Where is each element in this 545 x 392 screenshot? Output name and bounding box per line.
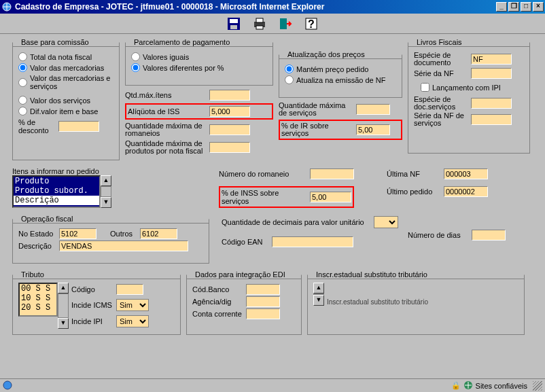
tributo-listbox[interactable]: 00 S S 10 S S 20 S S — [18, 283, 58, 317]
svg-rect-7 — [280, 18, 287, 29]
no-estado-input[interactable] — [59, 228, 96, 239]
tributo-legend: Tributo — [18, 270, 47, 279]
atualizacao-legend: Atualização dos preços — [285, 50, 368, 58]
toolbar: ? — [0, 14, 545, 34]
inscr-legend: Inscr.estadual substituto tributário — [313, 270, 430, 279]
pct-desconto-label: % de desconto — [18, 118, 56, 135]
lbl-valor-merc: Valor das mercadorias — [30, 64, 104, 72]
incide-ipi-select[interactable]: Sim — [116, 315, 149, 327]
radio-dif-valor[interactable] — [18, 107, 27, 115]
agencia-input[interactable] — [246, 296, 280, 307]
svg-rect-2 — [230, 19, 238, 23]
especie-doc-label: Espécie de documento — [414, 52, 468, 67]
parcelamento-group: Parcelamento de pagamento Valores iguais… — [125, 38, 273, 86]
qtd-max-rom-input[interactable] — [209, 124, 250, 135]
num-romaneio-input[interactable] — [310, 168, 354, 179]
minimize-button[interactable]: _ — [496, 2, 507, 12]
list-item[interactable]: Descrição — [14, 196, 99, 205]
svg-rect-5 — [256, 18, 263, 22]
list-item[interactable]: 10 S S — [20, 293, 56, 303]
restore-button[interactable]: ❐ — [508, 2, 519, 12]
incide-icms-select[interactable]: Sim — [116, 299, 149, 311]
radio-valor-serv[interactable] — [18, 96, 27, 105]
inss-label: % de INSS sobre serviços — [222, 189, 307, 205]
lbl-valor-serv: Valor dos serviços — [30, 96, 90, 105]
aliquota-iss-label: Alíqüota de ISS — [128, 107, 207, 115]
serie-nf-input[interactable] — [471, 68, 512, 79]
lbl-valores-iguais: Valores iguais — [143, 53, 189, 61]
base-comissao-legend: Base para comissão — [18, 38, 92, 46]
lbl-atualiza-emissao: Atualiza na emissão de NF — [296, 76, 385, 84]
ultima-nf-input[interactable] — [444, 168, 488, 179]
list-item[interactable]: 00 S S — [20, 284, 56, 293]
incide-ipi-label: Incide IPI — [71, 317, 113, 325]
resize-grip[interactable] — [533, 381, 542, 391]
qdec-label: Quantidade de decimais para valor unitár… — [222, 218, 371, 226]
exit-icon[interactable] — [277, 16, 294, 32]
serie-nf-serv-input[interactable] — [471, 114, 512, 125]
lock-icon: 🔒 — [451, 381, 461, 390]
outros-input[interactable] — [140, 228, 177, 239]
livros-legend: Livros Fiscais — [414, 38, 465, 46]
scroll-down-button[interactable]: ▼ — [313, 295, 324, 306]
pir-serv-input[interactable] — [356, 124, 390, 135]
tributo-group: Tributo 00 S S 10 S S 20 S S ▲ ▼ Código — [12, 270, 181, 335]
list-item[interactable]: Produto subord. — [14, 186, 99, 196]
zone-icon — [463, 380, 473, 391]
ie-icon — [1, 1, 12, 12]
descricao-label: Descrição — [18, 242, 56, 250]
qdec-select[interactable] — [374, 216, 398, 228]
maximize-button[interactable]: □ — [521, 2, 531, 12]
help-icon[interactable]: ? — [302, 16, 320, 32]
ie-small-icon — [3, 380, 12, 391]
codigo-input[interactable] — [116, 284, 143, 295]
atualizacao-group: Atualização dos preços Mantém preço pedi… — [279, 50, 402, 98]
save-icon[interactable] — [225, 16, 243, 32]
scroll-up-button[interactable]: ▲ — [101, 175, 111, 186]
pct-desconto-input[interactable] — [58, 121, 99, 132]
scroll-down-button[interactable]: ▼ — [58, 318, 69, 329]
list-item[interactable]: 20 S S — [20, 303, 56, 313]
scroll-up-button[interactable]: ▲ — [313, 283, 324, 293]
svg-text:?: ? — [308, 18, 315, 30]
radio-valor-merc-serv[interactable] — [18, 78, 27, 87]
codean-input[interactable] — [272, 236, 353, 247]
ultimo-pedido-label: Último pedido — [387, 188, 441, 196]
inscr-group: Inscr.estadual substituto tributário ▲ ▼… — [307, 270, 525, 335]
scroll-up-button[interactable]: ▲ — [58, 283, 69, 293]
opfiscal-group: Operação fiscal No Estado Outros Descriç… — [12, 215, 209, 264]
serie-nf-label: Série da NF — [414, 69, 468, 77]
inss-input[interactable] — [310, 192, 351, 202]
numdias-input[interactable] — [472, 230, 506, 240]
livros-group: Livros Fiscais Espécie de documento Séri… — [408, 38, 530, 154]
qtd-max-prod-input[interactable] — [209, 142, 250, 153]
print-icon[interactable] — [251, 16, 268, 32]
codigo-label: Código — [71, 285, 113, 293]
svg-rect-6 — [256, 26, 263, 29]
radio-valores-dif[interactable] — [131, 63, 140, 72]
itens-pedido-listbox[interactable]: Produto Produto subord. Descrição — [12, 175, 101, 208]
lbl-valor-merc-serv: Valor das mercadorias e serviços — [30, 74, 113, 90]
lancamento-ipi-checkbox[interactable] — [421, 83, 429, 92]
especie-doc-serv-input[interactable] — [471, 98, 512, 109]
ultimo-pedido-input[interactable] — [444, 186, 488, 197]
radio-total-nf[interactable] — [18, 52, 27, 61]
scroll-down-button[interactable]: ▼ — [101, 197, 111, 208]
conta-input[interactable] — [246, 308, 280, 319]
especie-doc-input[interactable] — [471, 54, 512, 65]
radio-atualiza-emissao[interactable] — [285, 75, 294, 84]
aliquota-iss-input[interactable] — [209, 106, 250, 117]
radio-mantem-preco[interactable] — [285, 65, 294, 73]
inscr-status-line: Inscr.estadual substituto tributário — [327, 298, 510, 306]
cod-banco-input[interactable] — [246, 284, 280, 295]
no-estado-label: No Estado — [18, 230, 56, 238]
lbl-dif-valor: Dif.valor item e base — [30, 107, 98, 115]
lbl-total-nf: Total da nota fiscal — [30, 53, 92, 61]
descricao-input[interactable] — [59, 240, 188, 251]
list-item[interactable]: Produto — [14, 177, 99, 186]
qmax-serv-input[interactable] — [356, 104, 390, 115]
qtd-max-itens-input[interactable] — [209, 90, 250, 101]
close-button[interactable]: × — [533, 2, 544, 12]
radio-valores-iguais[interactable] — [131, 52, 140, 61]
radio-valor-merc[interactable] — [18, 63, 27, 72]
